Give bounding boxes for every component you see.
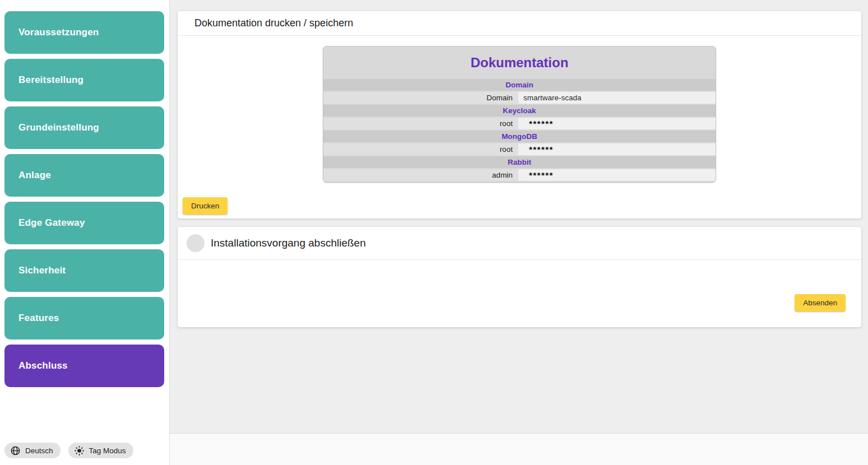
sidebar-item-anlage[interactable]: Anlage <box>4 154 164 197</box>
table-section-keycloak: Keycloak <box>323 105 716 117</box>
sidebar-footer-chips: Deutsch Tag Mod <box>4 443 133 458</box>
row-label: admin <box>323 169 518 181</box>
row-value-masked: ****** <box>518 143 716 155</box>
row-value: smartware-scada <box>518 92 716 104</box>
table-row: admin ****** <box>323 169 716 181</box>
row-label: root <box>323 118 518 129</box>
table-row: root ****** <box>323 143 716 155</box>
table-section-mongodb: MongoDB <box>323 131 716 142</box>
table-section-rabbit: Rabbit <box>323 156 716 168</box>
sidebar-item-bereitstellung[interactable]: Bereitstellung <box>4 59 164 101</box>
progress-circle <box>187 234 205 252</box>
sidebar-item-label: Anlage <box>18 170 51 181</box>
sidebar-item-label: Edge Gateway <box>18 217 85 229</box>
finish-card-header: Installationsvorgang abschließen <box>178 227 861 260</box>
row-label: root <box>323 143 518 155</box>
table-section-domain: Domain <box>323 79 716 91</box>
sun-icon <box>74 445 85 456</box>
sidebar-item-grundeinstellung[interactable]: Grundeinstellung <box>4 106 164 149</box>
sidebar-item-label: Bereitstellung <box>18 75 83 86</box>
section-header: Keycloak <box>323 105 716 117</box>
sidebar-item-features[interactable]: Features <box>4 297 164 340</box>
sidebar-item-abschluss[interactable]: Abschluss <box>4 345 164 387</box>
sidebar-item-label: Sicherheit <box>18 265 66 276</box>
documentation-table-title: Dokumentation <box>323 46 716 78</box>
finish-card-title: Installationsvorgang abschließen <box>211 237 366 249</box>
sidebar-item-label: Voraussetzungen <box>18 27 99 38</box>
content-column: Dokumentation drucken / speichern Dokume… <box>170 0 868 433</box>
language-chip[interactable]: Deutsch <box>4 443 61 458</box>
row-value-masked: ****** <box>518 118 716 129</box>
section-header: Domain <box>323 79 716 91</box>
row-label: Domain <box>323 92 518 104</box>
globe-icon <box>10 445 21 456</box>
print-button[interactable]: Drucken <box>183 197 228 215</box>
finish-card: Installationsvorgang abschließen Absende… <box>178 227 861 327</box>
section-header: MongoDB <box>323 131 716 142</box>
sidebar-item-edge-gateway[interactable]: Edge Gateway <box>4 202 164 244</box>
sidebar-item-label: Grundeinstellung <box>18 122 99 133</box>
sidebar-item-label: Abschluss <box>18 360 68 371</box>
main-area: Dokumentation drucken / speichern Dokume… <box>169 0 868 465</box>
documentation-card-body: Dokumentation Domain Domain smartware-sc… <box>178 36 861 218</box>
footer-strip <box>170 433 868 465</box>
language-chip-label: Deutsch <box>25 447 53 455</box>
sidebar-item-sicherheit[interactable]: Sicherheit <box>4 249 164 292</box>
table-row: Domain smartware-scada <box>323 92 716 104</box>
submit-button[interactable]: Absenden <box>795 294 846 311</box>
theme-chip-label: Tag Modus <box>89 447 126 455</box>
section-header: Rabbit <box>323 156 716 168</box>
theme-toggle-chip[interactable]: Tag Modus <box>68 443 133 458</box>
documentation-card-title: Dokumentation drucken / speichern <box>178 11 861 36</box>
sidebar-item-voraussetzungen[interactable]: Voraussetzungen <box>4 11 164 54</box>
sidebar-item-label: Features <box>18 313 59 324</box>
sidebar: Voraussetzungen Bereitstellung Grundeins… <box>0 0 169 465</box>
documentation-table: Dokumentation Domain Domain smartware-sc… <box>323 46 716 183</box>
row-value-masked: ****** <box>518 169 716 181</box>
documentation-card: Dokumentation drucken / speichern Dokume… <box>178 11 861 218</box>
finish-card-body: Absenden <box>178 260 861 327</box>
wizard-steps: Voraussetzungen Bereitstellung Grundeins… <box>0 11 169 387</box>
table-row: root ****** <box>323 118 716 129</box>
